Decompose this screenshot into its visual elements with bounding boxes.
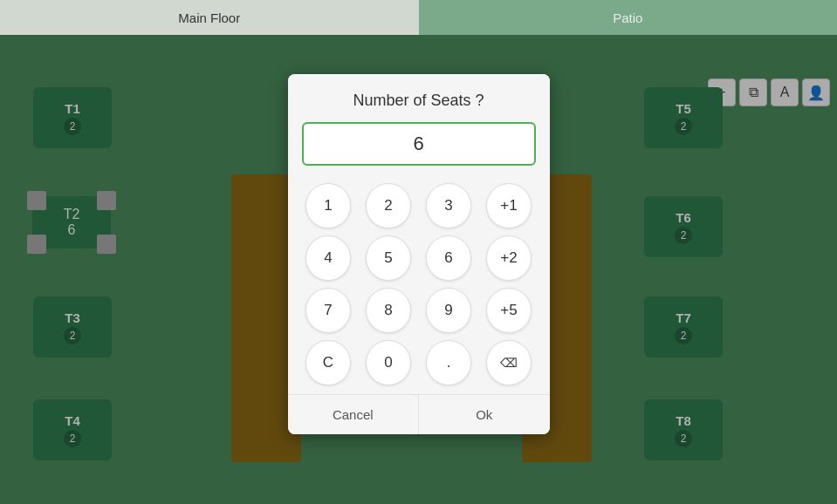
dialog-footer: Cancel Ok: [288, 394, 550, 434]
key-1[interactable]: 1: [305, 183, 351, 228]
tab-patio[interactable]: Patio: [419, 0, 838, 35]
seats-input[interactable]: [302, 122, 536, 166]
seats-dialog: Number of Seats ? 1 2 3 +1 4 5 6 +2 7 8 …: [288, 74, 550, 434]
key-7[interactable]: 7: [305, 288, 351, 333]
key-5[interactable]: 5: [366, 235, 411, 281]
key-plus5[interactable]: +5: [486, 288, 532, 333]
tab-main-floor[interactable]: Main Floor: [0, 0, 419, 35]
key-9[interactable]: 9: [426, 288, 471, 333]
key-0[interactable]: 0: [366, 340, 411, 385]
key-2[interactable]: 2: [366, 183, 411, 228]
key-backspace[interactable]: ⌫: [486, 340, 532, 385]
key-3[interactable]: 3: [426, 183, 471, 228]
key-4[interactable]: 4: [305, 235, 351, 281]
key-plus2[interactable]: +2: [486, 235, 532, 281]
tab-bar: Main Floor Patio: [0, 0, 837, 35]
key-8[interactable]: 8: [366, 288, 411, 333]
ok-button[interactable]: Ok: [419, 395, 550, 434]
keypad: 1 2 3 +1 4 5 6 +2 7 8 9 +5 C 0 . ⌫: [288, 178, 550, 394]
cancel-button[interactable]: Cancel: [288, 395, 420, 434]
key-6[interactable]: 6: [426, 235, 471, 281]
key-clear[interactable]: C: [305, 340, 351, 385]
dialog-input-wrap: [288, 122, 550, 178]
key-dot[interactable]: .: [426, 340, 471, 385]
floor-area: + ⧉ A 👤 T1 2 T2 6 T3 2 T4 2 T5 2 T6 2: [0, 35, 837, 504]
dialog-title: Number of Seats ?: [288, 74, 550, 122]
key-plus1[interactable]: +1: [486, 183, 532, 228]
